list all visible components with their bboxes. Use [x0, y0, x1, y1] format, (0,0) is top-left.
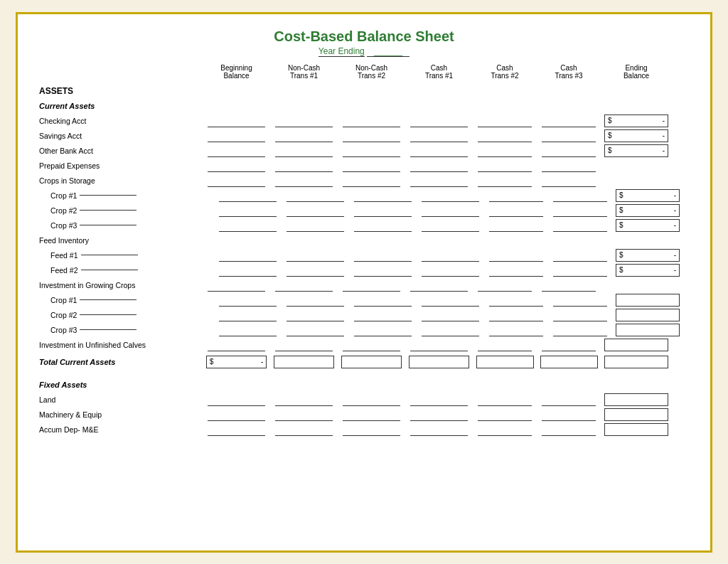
crop1-c2-cell[interactable] — [489, 189, 544, 202]
savings-end-cell[interactable]: $- — [604, 129, 668, 142]
feed1-c2-cell[interactable] — [489, 249, 544, 262]
feed1-end-cell[interactable]: $- — [616, 249, 680, 262]
accum-dep-nc1-cell[interactable] — [275, 423, 333, 436]
crop1-beg-cell[interactable] — [219, 189, 277, 202]
land-c2-cell[interactable] — [478, 393, 532, 406]
accum-dep-c1-cell[interactable] — [410, 423, 468, 436]
crops-storage-nc1-cell[interactable] — [275, 174, 333, 187]
other-bank-end-cell[interactable]: $- — [604, 144, 668, 157]
checking-nc2-cell[interactable] — [343, 115, 400, 127]
total-c1-cell[interactable] — [409, 356, 470, 368]
prepaid-nc2-cell[interactable] — [343, 159, 400, 172]
land-c1-cell[interactable] — [410, 393, 468, 406]
other-bank-c2-cell[interactable] — [478, 144, 532, 157]
crop1-nc1-cell[interactable] — [287, 189, 344, 202]
prepaid-c1-cell[interactable] — [410, 159, 468, 172]
gcrop2-end-cell[interactable] — [616, 309, 680, 321]
savings-nc2-cell[interactable] — [343, 129, 400, 142]
total-c3-cell[interactable] — [540, 356, 598, 368]
gcrop3-c3-cell[interactable] — [553, 324, 608, 336]
calves-c2-cell[interactable] — [478, 339, 532, 351]
gcrop1-c3-cell[interactable] — [553, 294, 608, 307]
calves-end-cell[interactable] — [604, 339, 668, 351]
accum-dep-c2-cell[interactable] — [478, 423, 532, 436]
savings-beg-cell[interactable] — [208, 129, 265, 142]
checking-beg-cell[interactable] — [208, 115, 265, 127]
other-bank-c1-cell[interactable] — [410, 144, 468, 157]
crops-storage-beg-cell[interactable] — [208, 174, 265, 187]
checking-c3-cell[interactable] — [542, 115, 596, 127]
crop3-nc2-cell[interactable] — [354, 219, 412, 232]
machinery-c3-cell[interactable] — [542, 408, 596, 421]
growing-nc1-cell[interactable] — [275, 279, 333, 292]
accum-dep-beg-cell[interactable] — [208, 423, 265, 436]
prepaid-c3-cell[interactable] — [542, 159, 596, 172]
savings-c2-cell[interactable] — [478, 129, 532, 142]
feed1-beg-cell[interactable] — [219, 249, 277, 262]
other-bank-beg-cell[interactable] — [208, 144, 265, 157]
crops-storage-c1-cell[interactable] — [410, 174, 468, 187]
gcrop3-nc1-cell[interactable] — [287, 324, 344, 336]
feed1-nc1-cell[interactable] — [287, 249, 344, 262]
crop2-c2-cell[interactable] — [489, 204, 544, 217]
crop3-c2-cell[interactable] — [489, 219, 544, 232]
other-bank-c3-cell[interactable] — [542, 144, 596, 157]
gcrop3-c2-cell[interactable] — [489, 324, 544, 336]
feed2-nc1-cell[interactable] — [287, 264, 344, 277]
total-nc2-cell[interactable] — [341, 356, 402, 368]
gcrop3-end-cell[interactable] — [616, 324, 680, 336]
gcrop2-c1-cell[interactable] — [422, 309, 479, 321]
growing-c2-cell[interactable] — [478, 279, 532, 292]
crop2-end-cell[interactable]: $- — [616, 204, 680, 217]
gcrop1-nc2-cell[interactable] — [354, 294, 412, 307]
growing-c1-cell[interactable] — [410, 279, 468, 292]
calves-nc1-cell[interactable] — [275, 339, 333, 351]
checking-nc1-cell[interactable] — [275, 115, 333, 127]
feed2-beg-cell[interactable] — [219, 264, 277, 277]
prepaid-beg-cell[interactable] — [208, 159, 265, 172]
gcrop3-nc2-cell[interactable] — [354, 324, 412, 336]
crop1-c1-cell[interactable] — [422, 189, 479, 202]
land-c3-cell[interactable] — [542, 393, 596, 406]
crop3-beg-cell[interactable] — [219, 219, 277, 232]
crop2-c3-cell[interactable] — [553, 204, 608, 217]
total-beg-cell[interactable]: $- — [206, 356, 267, 368]
crop3-c1-cell[interactable] — [422, 219, 479, 232]
crop1-nc2-cell[interactable] — [354, 189, 412, 202]
crop3-end-cell[interactable]: $- — [616, 219, 680, 232]
gcrop2-nc1-cell[interactable] — [287, 309, 344, 321]
feed2-c1-cell[interactable] — [422, 264, 479, 277]
gcrop2-nc2-cell[interactable] — [354, 309, 412, 321]
feed1-c1-cell[interactable] — [422, 249, 479, 262]
calves-c3-cell[interactable] — [542, 339, 596, 351]
crops-storage-c3-cell[interactable] — [542, 174, 596, 187]
checking-c1-cell[interactable] — [410, 115, 468, 127]
gcrop3-beg-cell[interactable] — [219, 324, 277, 336]
land-beg-cell[interactable] — [208, 393, 265, 406]
accum-dep-end-cell[interactable] — [604, 423, 668, 436]
crop2-c1-cell[interactable] — [422, 204, 479, 217]
other-bank-nc1-cell[interactable] — [275, 144, 333, 157]
growing-nc2-cell[interactable] — [343, 279, 400, 292]
machinery-nc2-cell[interactable] — [343, 408, 400, 421]
machinery-c1-cell[interactable] — [410, 408, 468, 421]
gcrop2-c2-cell[interactable] — [489, 309, 544, 321]
growing-c3-cell[interactable] — [542, 279, 596, 292]
calves-c1-cell[interactable] — [410, 339, 468, 351]
total-end-cell[interactable] — [604, 356, 668, 368]
machinery-end-cell[interactable] — [604, 408, 668, 421]
crop3-c3-cell[interactable] — [553, 219, 608, 232]
crop1-end-cell[interactable]: $- — [616, 189, 680, 202]
feed2-end-cell[interactable]: $- — [616, 264, 680, 277]
savings-c3-cell[interactable] — [542, 129, 596, 142]
machinery-c2-cell[interactable] — [478, 408, 532, 421]
accum-dep-c3-cell[interactable] — [542, 423, 596, 436]
gcrop2-beg-cell[interactable] — [219, 309, 277, 321]
total-c2-cell[interactable] — [476, 356, 534, 368]
crop2-nc2-cell[interactable] — [354, 204, 412, 217]
gcrop1-nc1-cell[interactable] — [287, 294, 344, 307]
accum-dep-nc2-cell[interactable] — [343, 423, 400, 436]
growing-beg-cell[interactable] — [208, 279, 265, 292]
total-nc1-cell[interactable] — [274, 356, 335, 368]
machinery-beg-cell[interactable] — [208, 408, 265, 421]
